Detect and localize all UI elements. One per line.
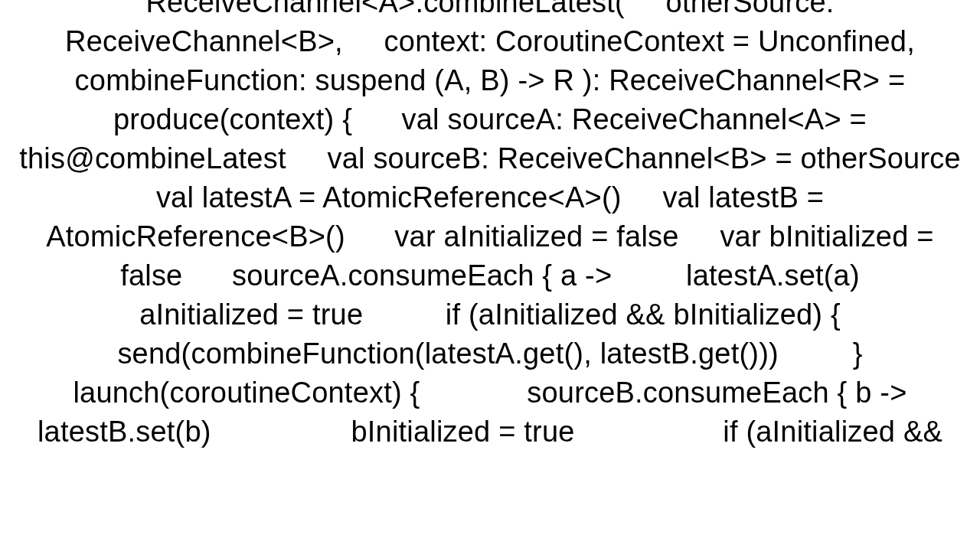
code-content: ReceiveChannel<A>.combineLatest( otherSo… <box>0 0 980 452</box>
